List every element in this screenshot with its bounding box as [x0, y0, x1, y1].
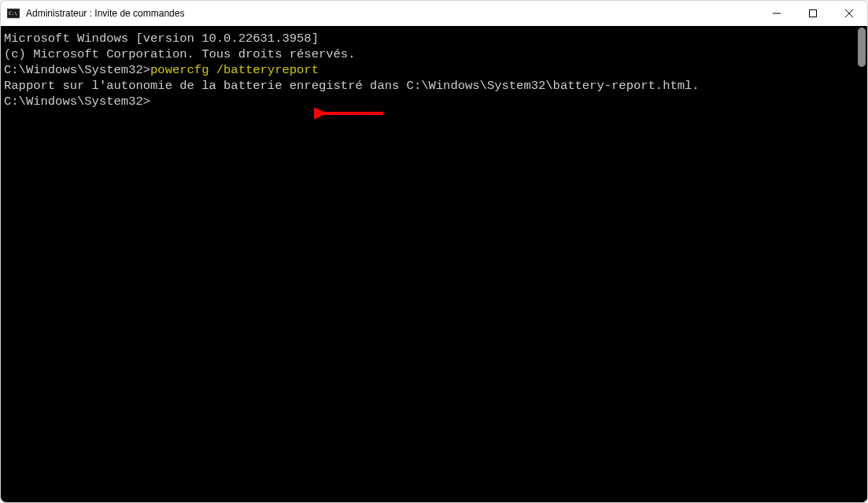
output-line: Rapport sur l'autonomie de la batterie e… — [4, 78, 855, 94]
titlebar-buttons — [759, 1, 867, 26]
terminal-area[interactable]: Microsoft Windows [version 10.0.22631.39… — [1, 26, 867, 502]
svg-rect-3 — [810, 10, 817, 17]
output-line: Microsoft Windows [version 10.0.22631.39… — [4, 31, 855, 46]
prompt-path: C:\Windows\System32> — [4, 63, 150, 77]
maximize-button[interactable] — [795, 1, 831, 26]
terminal-content[interactable]: Microsoft Windows [version 10.0.22631.39… — [1, 26, 855, 502]
output-line: (c) Microsoft Corporation. Tous droits r… — [4, 46, 855, 62]
close-button[interactable] — [831, 1, 867, 26]
scrollbar-thumb[interactable] — [858, 28, 866, 67]
cmd-icon: C:\ — [7, 7, 20, 20]
window-title: Administrateur : Invite de commandes — [26, 8, 184, 19]
prompt-path: C:\Windows\System32> — [4, 94, 150, 109]
titlebar-left: C:\ Administrateur : Invite de commandes — [7, 7, 184, 20]
svg-text:C:\: C:\ — [9, 10, 17, 16]
minimize-button[interactable] — [759, 1, 795, 26]
command-prompt-window: C:\ Administrateur : Invite de commandes… — [0, 0, 868, 503]
titlebar[interactable]: C:\ Administrateur : Invite de commandes — [1, 1, 867, 26]
entered-command: powercfg /batteryreport — [150, 63, 319, 77]
prompt-line: C:\Windows\System32> — [4, 94, 855, 109]
scrollbar-track[interactable] — [855, 26, 867, 502]
prompt-line: C:\Windows\System32>powercfg /batteryrep… — [4, 62, 855, 78]
